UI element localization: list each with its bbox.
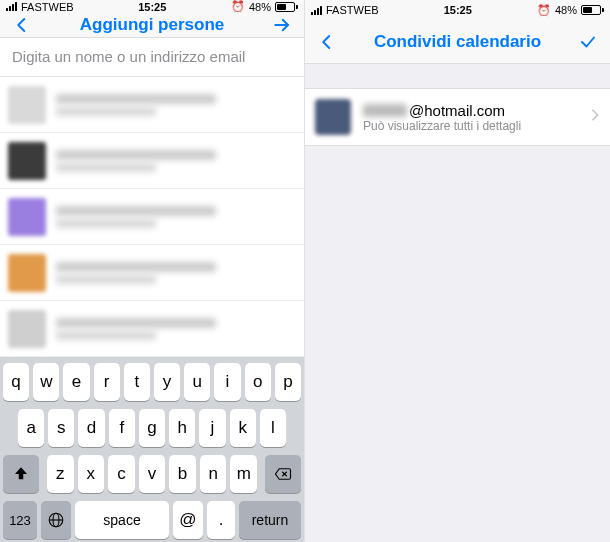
key-i[interactable]: i <box>214 363 240 401</box>
carrier-label: FASTWEB <box>21 1 74 13</box>
search-row <box>0 38 304 77</box>
key-n[interactable]: n <box>200 455 227 493</box>
avatar <box>8 254 46 292</box>
key-c[interactable]: c <box>108 455 135 493</box>
contact-text <box>56 94 304 116</box>
contact-name-redacted <box>56 150 216 160</box>
status-bar: FASTWEB 15:25 ⏰ 48% <box>0 0 304 13</box>
at-key[interactable]: @ <box>173 501 203 539</box>
contact-detail-redacted <box>56 275 156 284</box>
alarm-icon: ⏰ <box>231 0 245 13</box>
avatar <box>8 142 46 180</box>
contact-row[interactable] <box>0 189 304 245</box>
delete-key[interactable] <box>265 455 301 493</box>
confirm-button[interactable] <box>576 30 600 54</box>
battery-icon <box>581 5 604 15</box>
contact-detail-redacted <box>56 163 156 172</box>
signal-icon <box>311 6 322 15</box>
space-key[interactable]: space <box>75 501 169 539</box>
key-w[interactable]: w <box>33 363 59 401</box>
nav-bar: Aggiungi persone <box>0 13 304 38</box>
contact-detail-redacted <box>56 107 156 116</box>
key-r[interactable]: r <box>94 363 120 401</box>
chevron-right-icon <box>590 108 600 126</box>
phone-share-calendar: FASTWEB 15:25 ⏰ 48% Condividi calendario <box>305 0 610 542</box>
key-v[interactable]: v <box>139 455 166 493</box>
contact-list <box>0 77 304 357</box>
nav-title: Aggiungi persone <box>34 15 270 35</box>
alarm-icon: ⏰ <box>537 4 551 17</box>
return-key[interactable]: return <box>239 501 301 539</box>
key-g[interactable]: g <box>139 409 165 447</box>
shared-contact-row[interactable]: @hotmail.com Può visualizzare tutti i de… <box>305 89 610 145</box>
contact-name-redacted <box>56 206 216 216</box>
avatar <box>8 310 46 348</box>
key-x[interactable]: x <box>78 455 105 493</box>
contact-text <box>56 318 304 340</box>
back-button[interactable] <box>10 13 34 37</box>
avatar <box>8 86 46 124</box>
nav-title: Condividi calendario <box>339 32 576 52</box>
shift-key[interactable] <box>3 455 39 493</box>
contact-detail-redacted <box>56 219 156 228</box>
contact-text <box>56 262 304 284</box>
forward-button[interactable] <box>270 13 294 37</box>
contact-name-redacted <box>56 318 216 328</box>
battery-icon <box>275 2 298 12</box>
shared-list: @hotmail.com Può visualizzare tutti i de… <box>305 88 610 146</box>
keyboard: qwertyuiop asdfghjkl zxcvbnm 123 space @… <box>0 357 304 542</box>
key-k[interactable]: k <box>230 409 256 447</box>
contact-row[interactable] <box>0 301 304 357</box>
content-area: @hotmail.com Può visualizzare tutti i de… <box>305 64 610 542</box>
email-redacted <box>363 104 407 117</box>
contact-name-redacted <box>56 262 216 272</box>
status-time: 15:25 <box>444 4 472 16</box>
key-e[interactable]: e <box>63 363 89 401</box>
key-j[interactable]: j <box>199 409 225 447</box>
key-o[interactable]: o <box>245 363 271 401</box>
contact-row[interactable] <box>0 77 304 133</box>
contact-row[interactable] <box>0 245 304 301</box>
key-p[interactable]: p <box>275 363 301 401</box>
key-a[interactable]: a <box>18 409 44 447</box>
key-d[interactable]: d <box>78 409 104 447</box>
battery-pct: 48% <box>249 1 271 13</box>
contact-row[interactable] <box>0 133 304 189</box>
key-z[interactable]: z <box>47 455 74 493</box>
key-f[interactable]: f <box>109 409 135 447</box>
globe-key[interactable] <box>41 501 71 539</box>
status-time: 15:25 <box>138 1 166 13</box>
phone-add-people: FASTWEB 15:25 ⏰ 48% Aggiungi persone <box>0 0 305 542</box>
search-input[interactable] <box>12 48 292 65</box>
key-y[interactable]: y <box>154 363 180 401</box>
key-s[interactable]: s <box>48 409 74 447</box>
status-bar: FASTWEB 15:25 ⏰ 48% <box>305 0 610 20</box>
carrier-label: FASTWEB <box>326 4 379 16</box>
key-u[interactable]: u <box>184 363 210 401</box>
contact-detail-redacted <box>56 331 156 340</box>
back-button[interactable] <box>315 30 339 54</box>
shared-subtitle: Può visualizzare tutti i dettagli <box>363 119 590 133</box>
shared-email: @hotmail.com <box>363 102 590 119</box>
key-q[interactable]: q <box>3 363 29 401</box>
numbers-key[interactable]: 123 <box>3 501 37 539</box>
avatar <box>8 198 46 236</box>
key-m[interactable]: m <box>230 455 257 493</box>
contact-text <box>56 206 304 228</box>
signal-icon <box>6 2 17 11</box>
key-t[interactable]: t <box>124 363 150 401</box>
battery-pct: 48% <box>555 4 577 16</box>
avatar <box>315 99 351 135</box>
dot-key[interactable]: . <box>207 501 235 539</box>
contact-text <box>56 150 304 172</box>
key-b[interactable]: b <box>169 455 196 493</box>
key-h[interactable]: h <box>169 409 195 447</box>
contact-name-redacted <box>56 94 216 104</box>
nav-bar: Condividi calendario <box>305 20 610 64</box>
key-l[interactable]: l <box>260 409 286 447</box>
